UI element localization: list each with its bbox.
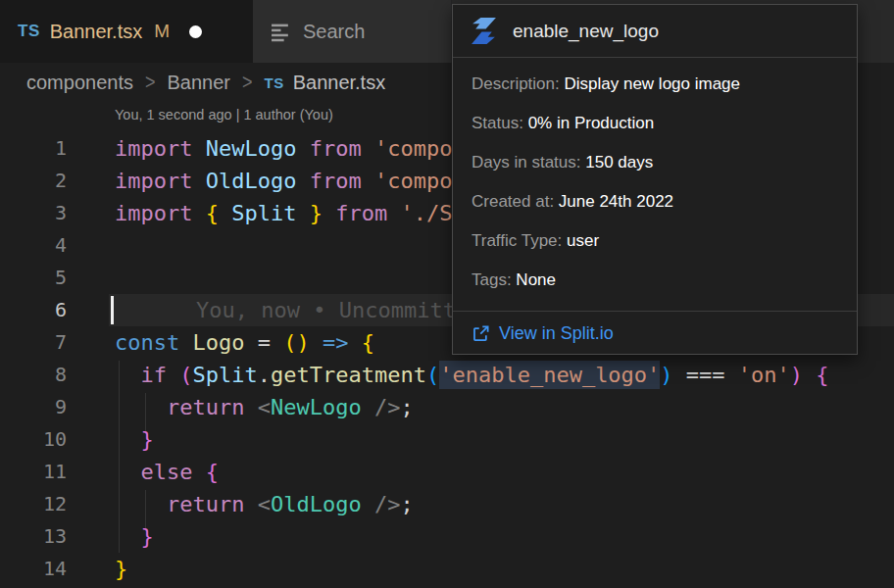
flag-details: Description: Display new logo imageStatu…: [453, 58, 857, 300]
code-line-13[interactable]: }: [115, 520, 154, 553]
code-line-11[interactable]: else {: [115, 456, 219, 488]
tab-search[interactable]: Search: [253, 0, 452, 63]
dirty-indicator-dot[interactable]: [189, 25, 202, 38]
code-line-1[interactable]: import NewLogo from 'compo: [115, 132, 452, 165]
line-number: 8: [0, 359, 67, 391]
line-number: 4: [0, 229, 67, 262]
flag-detail-row: Tags: None: [472, 261, 838, 300]
code-line-3[interactable]: import { Split } from './S: [115, 197, 452, 229]
breadcrumb-item-file[interactable]: Banner.tsx: [293, 72, 386, 94]
typescript-file-icon: TS: [18, 22, 40, 41]
code-line-12[interactable]: return <OldLogo />;: [115, 488, 414, 520]
flag-detail-row: Description: Display new logo image: [472, 65, 838, 104]
code-line-2[interactable]: import OldLogo from 'compo: [115, 165, 452, 197]
line-number: 13: [0, 520, 67, 553]
code-line-14[interactable]: }: [115, 553, 127, 585]
breadcrumb-item-banner[interactable]: Banner: [167, 72, 230, 94]
line-number: 6: [0, 294, 67, 326]
tooltip-header: enable_new_logo: [453, 5, 857, 58]
view-in-split-link[interactable]: View in Split.io: [472, 323, 614, 344]
breadcrumb-separator: >: [242, 70, 253, 95]
gitlens-codelens[interactable]: You, 1 second ago | 1 author (You): [115, 107, 333, 122]
line-number: 11: [0, 456, 67, 488]
line-number: 3: [0, 197, 67, 229]
line-number: 9: [0, 391, 67, 423]
code-line-10[interactable]: }: [115, 423, 154, 456]
breadcrumb-separator: >: [145, 70, 156, 95]
line-number: 14: [0, 553, 67, 585]
line-number: 7: [0, 326, 67, 359]
line-number: 2: [0, 165, 67, 197]
flag-detail-row: Days in status: 150 days: [472, 143, 838, 182]
git-modified-badge: M: [154, 21, 170, 42]
breadcrumb-item-components[interactable]: components: [26, 72, 133, 94]
flag-detail-row: Status: 0% in Production: [472, 104, 838, 143]
tab-filename: Banner.tsx: [50, 21, 143, 43]
line-number: 1: [0, 132, 67, 165]
flag-name: enable_new_logo: [513, 21, 659, 42]
external-link-icon: [472, 324, 490, 343]
tooltip-footer: View in Split.io: [453, 311, 857, 356]
split-flag-hover-tooltip: enable_new_logo Description: Display new…: [452, 4, 858, 355]
tab-banner-tsx[interactable]: TS Banner.tsx M: [0, 0, 253, 63]
line-number: 10: [0, 423, 67, 456]
gitlens-inline-blame: You, now • Uncommitt: [196, 294, 456, 326]
line-number: 5: [0, 262, 67, 294]
flag-detail-row: Traffic Type: user: [472, 221, 838, 261]
text-cursor: [111, 296, 114, 324]
line-number: 12: [0, 488, 67, 520]
typescript-file-icon: TS: [265, 74, 284, 91]
flag-detail-row: Created at: June 24th 2022: [472, 182, 838, 221]
code-line-8[interactable]: if (Split.getTreatment('enable_new_logo'…: [115, 359, 829, 391]
vscode-window: TS Banner.tsx M Search components > Bann…: [0, 0, 894, 588]
view-in-split-label: View in Split.io: [499, 323, 614, 344]
code-line-9[interactable]: return <NewLogo />;: [115, 391, 414, 423]
split-io-logo-icon: [471, 17, 497, 45]
search-editor-icon: [271, 22, 291, 42]
code-line-7[interactable]: const Logo = () => {: [115, 326, 374, 359]
tab-search-label: Search: [303, 21, 365, 43]
